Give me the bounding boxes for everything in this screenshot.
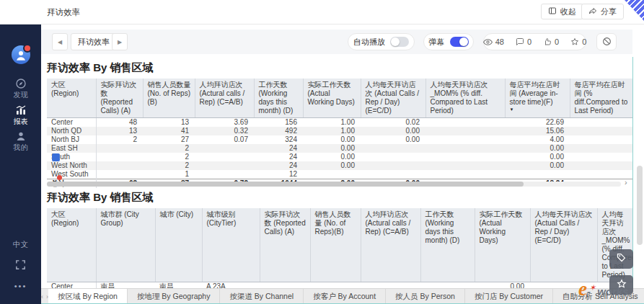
column-header-label: 每店平均在店时间 (% diff.Compared to Last Period… [575, 81, 630, 115]
horizontal-scrollbar[interactable] [47, 182, 621, 187]
circle-button[interactable] [596, 33, 617, 50]
table-cell: 12 [254, 170, 303, 179]
table-cell: 24 [254, 161, 303, 170]
avatar[interactable] [12, 45, 30, 64]
table-cell: 2 [143, 153, 195, 161]
table-cell: 0.00 [361, 135, 425, 144]
column-header[interactable]: 城市 (City) [155, 208, 202, 282]
column-header[interactable]: 销售人员数量 (No. of Reps)(B) [310, 208, 361, 282]
stat-value: 0 [555, 37, 559, 46]
table-cell [195, 170, 254, 179]
column-header[interactable]: 人均每天拜访店次_MOM% (% diff. Compared to Last … [597, 208, 632, 282]
column-header[interactable]: 实际工作天数 (Actual Working Days) [475, 208, 530, 282]
stat-like[interactable]: 0 [537, 37, 565, 46]
autoplay-toggle-group[interactable]: 自动播放 [348, 33, 415, 50]
sort-descending-icon[interactable]: ▼ [510, 107, 566, 112]
stat-value: 0 [527, 37, 531, 46]
tag-float-button[interactable] [609, 249, 633, 269]
column-header[interactable]: 人均每天拜访店次 (Actual Calls / Rep / Day)(E=C/… [530, 208, 597, 282]
scroll-right-icon[interactable]: › [625, 178, 627, 187]
column-header[interactable]: 工作天数 (Working days this month) (D) [254, 79, 303, 118]
stat-eye[interactable]: 48 [477, 37, 510, 47]
table1-title: 拜访效率 By 销售区域 [47, 61, 154, 75]
table-cell: 156 [254, 118, 303, 128]
collapse-button[interactable]: 收起 [541, 4, 583, 19]
stat-value: 48 [495, 37, 504, 46]
table-cell: 1.00 [303, 127, 361, 135]
column-header[interactable]: 城市群 (City Group) [96, 208, 155, 282]
red-dot-indicator [57, 175, 62, 180]
column-header[interactable]: 人均每天拜访店次_MOM% (% diff. Compared to Last … [425, 79, 505, 118]
tab-1[interactable]: 按区域 By Region [48, 289, 128, 304]
column-header[interactable]: 每店平均在店时间 (% diff.Compared to Last Period… [570, 79, 632, 118]
table-cell [570, 135, 632, 144]
column-header[interactable]: 实际拜访次数 (Reported Calls) (A) [96, 79, 143, 118]
stat-comment[interactable]: 0 [510, 37, 537, 46]
column-header[interactable]: 销售人员数量 (No. of Reps)(B) [143, 79, 195, 118]
tab-scroll-arrows[interactable]: ‹ › [41, 289, 48, 304]
sidebar-item-reports[interactable]: 报表 [0, 104, 41, 125]
table-cell: 1.00 [303, 118, 361, 128]
column-header[interactable]: 人均每天拜访店次 (Actual Calls / Rep / Day)(E=C/… [361, 79, 425, 118]
table2-title: 拜访效率 By 销售区域 [47, 191, 154, 205]
table-cell [361, 161, 425, 170]
column-header[interactable]: 人均拜访店次 (Actural calls / Rep) (C=A/B) [361, 208, 420, 282]
table-cell [570, 127, 632, 135]
table-cell: 41 [143, 127, 195, 135]
column-header[interactable]: 人均拜访店次 (Actural calls / Rep) (C=A/B) [195, 79, 254, 118]
danmaku-label: 弹幕 [429, 37, 445, 48]
fullscreen-icon[interactable] [14, 259, 27, 271]
column-header[interactable]: 实际拜访次数 (Reported Calls) (A) [260, 208, 310, 282]
share-button[interactable]: 分享 [581, 4, 624, 19]
tab-3[interactable]: 按渠道 By Channel [220, 289, 304, 304]
table-cell: 15.06 [505, 127, 570, 135]
table-cell [570, 144, 632, 153]
horizontal-scrollbar-thumb[interactable] [47, 182, 524, 187]
column-header-label: 实际拜访次数 (Reported Calls) (A) [265, 210, 306, 236]
collapse-label: 收起 [560, 6, 576, 17]
column-header-label: 人均拜访店次 (Actural calls / Rep) (C=A/B) [200, 81, 250, 107]
tab-6[interactable]: 按门店 By Customer [465, 289, 553, 304]
column-header[interactable]: 大区 (Region) [47, 79, 96, 118]
tab-scroll-left-icon[interactable]: ‹ [41, 293, 43, 300]
language-switch[interactable]: 中文 [0, 240, 41, 250]
next-report-button[interactable]: ▶ [112, 33, 128, 50]
tab-5[interactable]: 按人员 By Person [386, 289, 465, 304]
page-title: 拜访效率 [47, 7, 80, 18]
column-header[interactable]: 大区 (Region) [47, 208, 96, 282]
danmaku-switch[interactable] [450, 37, 469, 47]
table-cell: 0.00 [505, 161, 570, 170]
table-cell: 2 [143, 161, 195, 170]
more-options-button[interactable]: ••• [0, 282, 41, 290]
column-header-label: 实际拜访次数 (Reported Calls) (A) [101, 81, 139, 115]
table-cell: 492 [254, 127, 303, 135]
column-header-label: 城市群 (City Group) [101, 210, 151, 228]
sidebar: 发现报表我的 中文 ••• [0, 24, 41, 304]
column-header[interactable]: 每店平均在店时间 (Average in-store time)(F)▼ [505, 79, 570, 118]
table-cell [425, 153, 505, 161]
column-header[interactable]: 工作天数 (Working days this month) (D) [420, 208, 475, 282]
vertical-scrollbar-thumb[interactable] [637, 166, 643, 245]
column-header-label: 工作天数 (Working days this month) (D) [425, 210, 471, 245]
previous-report-button[interactable]: ◀ [52, 33, 68, 50]
table-cell [570, 153, 632, 161]
column-header[interactable]: 实际工作天数 (Actual Working Days) [303, 79, 361, 118]
table-cell: 0.02 [361, 118, 425, 128]
column-header-label: 人均每天拜访店次 (Actual Calls / Rep / Day)(E=C/… [366, 81, 422, 115]
column-header-label: 销售人员数量 (No. of Reps)(B) [148, 81, 191, 107]
tab-2[interactable]: 按地理 By Geography [128, 289, 221, 304]
sidebar-item-mine[interactable]: 我的 [0, 130, 41, 151]
table-cell [96, 170, 143, 179]
sidebar-item-label: 报表 [14, 117, 28, 125]
autoplay-switch[interactable] [390, 37, 409, 47]
favorite-float-button[interactable] [609, 275, 633, 295]
stat-favorite[interactable]: 0 [565, 37, 592, 46]
tab-4[interactable]: 按客户 By Account [304, 289, 386, 304]
sidebar-item-discover[interactable]: 发现 [0, 78, 41, 99]
comment-icon [516, 37, 524, 46]
column-header[interactable]: 城市级别 (CityTier) [202, 208, 260, 282]
table-cell: West South [47, 170, 96, 179]
danmaku-toggle-group[interactable]: 弹幕 [423, 33, 474, 50]
table-cell: 0.00 [505, 144, 570, 153]
row-flag-icon[interactable] [52, 153, 60, 161]
